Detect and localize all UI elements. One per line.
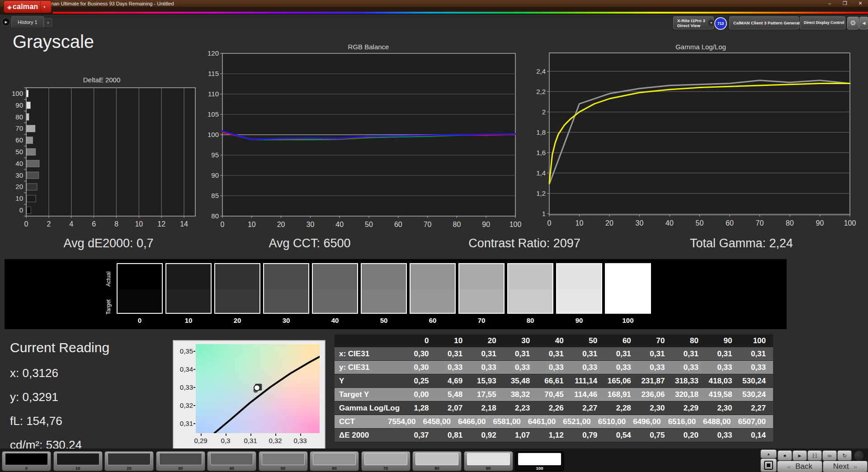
calman-menu-button[interactable]: ◈ calman ▼ bbox=[4, 0, 52, 13]
svg-text:14: 14 bbox=[180, 220, 188, 228]
table-cell: 2,23 bbox=[504, 404, 538, 413]
svg-text:50: 50 bbox=[696, 219, 704, 227]
table-column-header: 70 bbox=[638, 336, 672, 345]
table-cell: 2,26 bbox=[537, 404, 571, 413]
table-column-header: 10 bbox=[436, 336, 470, 345]
pattern-size-button[interactable]: [·] bbox=[807, 450, 822, 461]
svg-text:100: 100 bbox=[844, 219, 856, 227]
table-cell: 6516,00 bbox=[668, 417, 703, 426]
pattern-generator-dropdown[interactable]: CalMAN Client 3 Pattern Generator ▼ bbox=[729, 16, 799, 29]
swatch-level-label: 80 bbox=[507, 316, 553, 324]
table-cell: 0,33 bbox=[504, 363, 538, 372]
table-cell: 0,33 bbox=[604, 363, 638, 372]
maximize-button[interactable]: ❐ bbox=[837, 0, 853, 7]
svg-text:6: 6 bbox=[92, 220, 96, 228]
display-control-dropdown[interactable]: Direct Display Control ▼ bbox=[800, 16, 845, 29]
cie-chromaticity-panel: 0,350,340,330,320,310,290,30,310,320,33 bbox=[173, 340, 326, 450]
grayscale-swatch-20 bbox=[214, 263, 260, 314]
table-cell: 1,12 bbox=[537, 431, 571, 440]
swatch-level-label: 100 bbox=[605, 316, 651, 324]
history-play-button[interactable]: ▶ bbox=[2, 18, 10, 26]
pattern-up-button[interactable]: ▲ bbox=[760, 449, 777, 458]
svg-text:115: 115 bbox=[208, 70, 219, 77]
deltae-bar-100 bbox=[27, 90, 28, 97]
table-cell: 2,30 bbox=[706, 404, 740, 413]
table-cell: 530,24 bbox=[739, 377, 773, 386]
close-button[interactable]: ✕ bbox=[853, 0, 868, 7]
swatch-level-label: 30 bbox=[263, 316, 309, 324]
grayscale-swatch-100 bbox=[605, 263, 651, 314]
logo-row bbox=[0, 7, 868, 15]
patch-swatch bbox=[108, 453, 151, 465]
table-cell: 111,14 bbox=[571, 377, 605, 386]
pattern-patch-button-30[interactable]: 30 bbox=[156, 451, 205, 471]
table-row-label: CCT bbox=[335, 417, 388, 426]
target-label: Target bbox=[105, 291, 112, 323]
cie-xtick: 0,31 bbox=[240, 437, 261, 444]
table-cell: 38,32 bbox=[504, 390, 538, 399]
svg-text:2: 2 bbox=[542, 108, 546, 116]
patch-swatch bbox=[415, 453, 458, 465]
pattern-patch-button-40[interactable]: 40 bbox=[207, 451, 256, 471]
svg-text:90: 90 bbox=[211, 171, 219, 179]
pattern-patch-button-10[interactable]: 10 bbox=[53, 451, 103, 471]
continuous-measure-button[interactable]: ∞ bbox=[822, 450, 837, 461]
play-measure-button[interactable]: ▶ bbox=[793, 450, 807, 461]
pattern-window-button[interactable] bbox=[760, 458, 777, 472]
pattern-window-icon bbox=[764, 461, 773, 470]
table-cell: 0,33 bbox=[706, 431, 740, 440]
reading-fl: fL: 154,76 bbox=[10, 414, 109, 428]
svg-text:60: 60 bbox=[15, 136, 23, 144]
svg-text:50: 50 bbox=[15, 148, 23, 156]
swatch-labels: 0102030405060708090100 bbox=[117, 316, 651, 324]
svg-text:120: 120 bbox=[208, 49, 219, 57]
svg-text:30: 30 bbox=[15, 171, 23, 179]
svg-text:0: 0 bbox=[19, 206, 23, 214]
table-column-header: 20 bbox=[470, 336, 504, 345]
pattern-patch-button-60[interactable]: 60 bbox=[310, 451, 359, 471]
pattern-patch-button-0[interactable]: 0 bbox=[2, 451, 51, 471]
table-cell: 0,31 bbox=[504, 349, 538, 359]
table-cell: 0,31 bbox=[537, 349, 571, 359]
patch-swatch bbox=[5, 453, 48, 465]
table-cell: 114,46 bbox=[571, 390, 605, 399]
table-row-gamma-log-log: Gamma Log/Log1,282,072,182,232,262,272,2… bbox=[335, 401, 773, 415]
tab-history-1[interactable]: History 1 bbox=[11, 16, 44, 28]
grayscale-swatch-30 bbox=[263, 263, 309, 314]
collapse-panel-button[interactable]: ◀ bbox=[859, 17, 868, 29]
patch-swatch bbox=[313, 453, 356, 465]
meter-dropdown[interactable]: X-Rite i1Pro 3 Direct View ▼ bbox=[673, 16, 714, 29]
pattern-patch-button-50[interactable]: 50 bbox=[259, 451, 308, 471]
refresh-measure-button[interactable]: ↻ bbox=[837, 450, 852, 461]
patch-swatch bbox=[210, 453, 253, 465]
stop-measure-button[interactable]: ■ bbox=[778, 450, 792, 461]
next-button[interactable]: Next » bbox=[823, 461, 868, 472]
grayscale-swatch-40 bbox=[312, 263, 358, 314]
table-column-header: 60 bbox=[604, 336, 638, 345]
pattern-patch-button-90[interactable]: 90 bbox=[464, 451, 513, 471]
planckian-locus bbox=[214, 357, 320, 433]
pattern-patch-button-100[interactable]: 100 bbox=[515, 451, 564, 471]
svg-text:70: 70 bbox=[424, 221, 432, 228]
minimize-button[interactable]: – bbox=[822, 0, 837, 7]
add-tab-button[interactable]: + bbox=[44, 18, 52, 27]
meter-chevron-down-icon[interactable]: ▼ bbox=[708, 19, 715, 26]
cie-ytick: 0,31 bbox=[175, 420, 193, 427]
table-cell: 0,79 bbox=[571, 431, 605, 440]
svg-text:12: 12 bbox=[157, 220, 165, 228]
back-button[interactable]: « Back bbox=[777, 461, 822, 472]
table-cell: 6461,00 bbox=[528, 417, 563, 426]
settings-gear-button[interactable]: ⚙ bbox=[847, 17, 859, 29]
pattern-patch-button-20[interactable]: 20 bbox=[104, 451, 154, 471]
cie-xtick: 0,29 bbox=[190, 437, 212, 444]
pattern-patch-button-70[interactable]: 70 bbox=[361, 451, 410, 471]
pattern-patch-button-80[interactable]: 80 bbox=[412, 451, 462, 471]
svg-text:105: 105 bbox=[208, 110, 219, 118]
stat-avg-cct: Avg CCT: 6500 bbox=[226, 236, 393, 250]
table-cell: 1,07 bbox=[504, 431, 538, 440]
calman-menu-dropdown-icon[interactable]: ▼ bbox=[40, 1, 48, 12]
window-title: Calman 2025 Calman Ultimate for Business… bbox=[11, 1, 822, 6]
table-column-header: 30 bbox=[504, 336, 538, 345]
cie-xtick: 0,3 bbox=[215, 437, 236, 444]
table-row-label: Gamma Log/Log bbox=[335, 404, 402, 413]
